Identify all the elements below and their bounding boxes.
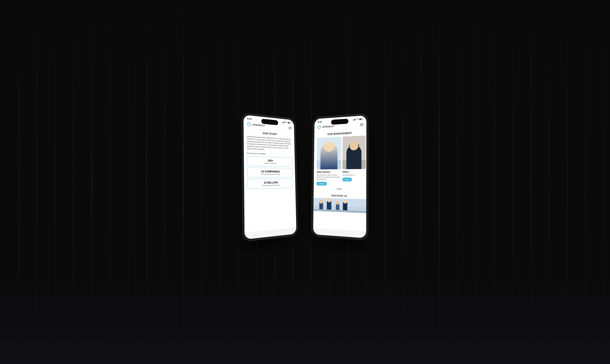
svg-point-21	[324, 145, 334, 157]
svg-rect-30	[322, 164, 336, 169]
svg-rect-34	[342, 160, 366, 169]
management-pagination: ← 01/05 →	[316, 185, 363, 193]
phones-container: 9:41	[243, 115, 367, 237]
signal-icon-right	[353, 119, 355, 120]
page-content-left: OUR STORY Introduct Group was founded in…	[244, 128, 296, 233]
phone-right: 9:41	[312, 114, 368, 240]
power-button	[296, 152, 297, 163]
logo-icon-left	[247, 122, 251, 127]
phone-left-screen: 9:41	[244, 115, 297, 239]
status-icons-left	[282, 121, 291, 124]
wifi-icon-left	[285, 121, 287, 123]
stat-number-companies: 10 COMPANIES	[250, 170, 290, 173]
hamburger-menu-right[interactable]	[360, 124, 363, 126]
svg-rect-36	[353, 153, 355, 156]
dynamic-island-right	[331, 119, 348, 125]
battery-icon-left	[288, 122, 291, 124]
svg-point-39	[349, 149, 350, 152]
stat-box-companies: 10 COMPANIES in 6 countries around the w…	[247, 168, 293, 178]
svg-rect-35	[348, 155, 360, 169]
floor-surface	[0, 273, 610, 364]
now-text: Now, things are much bigger.	[247, 152, 292, 156]
wifi-icon-right	[356, 118, 358, 120]
time-left: 9:41	[247, 117, 252, 120]
status-icons-right	[353, 118, 363, 120]
svg-rect-17	[317, 160, 341, 169]
svg-point-40	[358, 149, 360, 152]
person-name-1: Viktor Iarionov	[317, 171, 341, 173]
volume-down-button	[242, 157, 242, 167]
person-card-1: Viktor Iarionov Born and raised in Talli…	[314, 137, 342, 186]
stat-label-turnover: euro annual group turnover	[250, 184, 290, 187]
stat-number-turnover: 12 MILLION	[250, 181, 290, 184]
svg-point-28	[326, 151, 327, 152]
logo-right: /NTRODUCT	[317, 124, 335, 130]
person-photo-1	[317, 137, 341, 169]
svg-point-38	[349, 143, 359, 148]
svg-rect-19	[327, 156, 330, 169]
linkedin-button-2[interactable]: Linked	[342, 178, 352, 182]
stat-box-turnover: 12 MILLION euro annual group turnover	[247, 179, 293, 189]
logo-icon-right	[317, 125, 321, 129]
pagination-text: 01/05	[337, 188, 341, 190]
logo-text-left: /NTRODUCT	[252, 123, 265, 127]
person-name-2: Viktor I	[342, 170, 366, 173]
hamburger-menu-left[interactable]	[289, 127, 291, 129]
stat-box-employees: 100+ full time employees	[247, 156, 292, 167]
person-desc-2: Born and raised in c...	[342, 174, 366, 176]
svg-marker-1	[248, 123, 250, 125]
signal-icon-left	[282, 121, 285, 123]
person-cards: Viktor Iarionov Born and raised in Talli…	[314, 136, 366, 186]
svg-point-29	[330, 150, 332, 152]
person-photo-2	[342, 136, 366, 169]
next-arrow[interactable]: →	[344, 188, 346, 191]
logo-text-right: /NTRODUCT	[322, 125, 335, 128]
volume-up-button	[242, 146, 242, 155]
svg-point-22	[324, 143, 334, 149]
svg-rect-26	[330, 150, 333, 152]
svg-point-23	[323, 150, 325, 153]
silent-switch-right	[312, 140, 313, 146]
svg-point-37	[349, 144, 359, 156]
discover-section: DISCOVER US	[316, 192, 363, 213]
prev-arrow[interactable]: ←	[332, 188, 335, 190]
svg-rect-25	[325, 150, 328, 152]
stat-label-companies: in 6 countries around the world	[250, 173, 290, 175]
discover-image	[313, 198, 366, 213]
time-right: 9:41	[318, 120, 322, 123]
svg-rect-20	[327, 153, 330, 157]
svg-marker-9	[318, 126, 320, 128]
volume-up-button-right	[312, 148, 313, 157]
volume-down-button-right	[312, 159, 312, 168]
svg-rect-18	[323, 156, 335, 169]
svg-point-24	[333, 150, 335, 152]
phone-right-screen: 9:41	[313, 115, 366, 238]
person-desc-1: Born and raised in Tallinn, Estonia. Mov…	[316, 174, 341, 180]
page-content-right: OUR MANAGEMENT	[313, 128, 366, 231]
battery-icon-right	[359, 118, 363, 120]
linkedin-button-1[interactable]: LinkedIn	[316, 182, 327, 186]
person-card-2: Viktor I Born and raised in c... Linked	[342, 136, 366, 186]
silent-switch	[242, 137, 242, 143]
svg-point-31	[323, 165, 327, 168]
phone-left: 9:41	[242, 113, 298, 241]
svg-point-32	[330, 165, 334, 168]
